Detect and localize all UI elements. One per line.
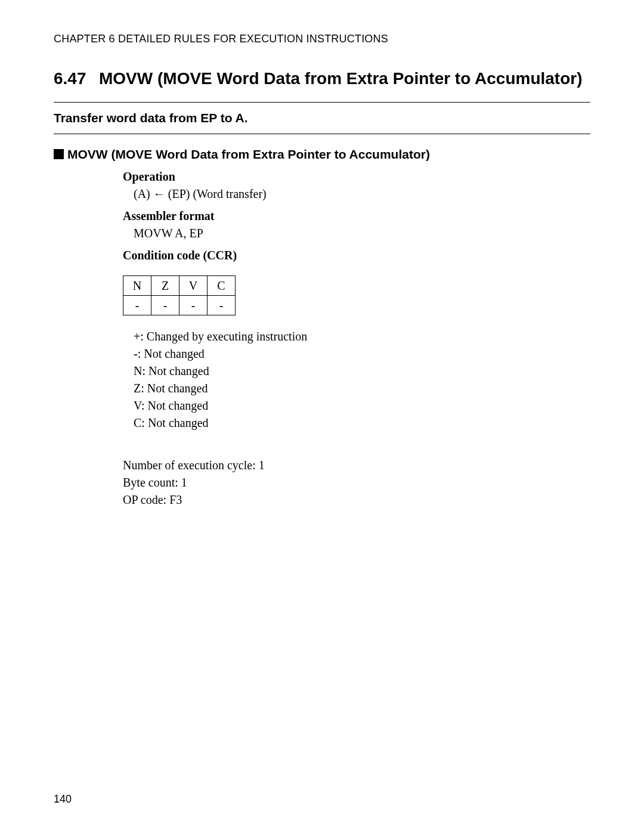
content-block: Operation (A) ← (EP) (Word transfer) Ass… [123,170,590,507]
section-number: 6.47 [54,68,99,89]
ccr-header-cell: N [123,276,151,296]
section-title: MOVW (MOVE Word Data from Extra Pointer … [99,68,590,89]
ccr-value-cell: - [179,296,208,315]
ccr-value-row: - - - - [123,296,236,315]
ccr-explain-line: +: Changed by executing instruction [134,330,590,343]
byte-count: Byte count: 1 [123,476,590,490]
operation-label: Operation [123,170,590,184]
ccr-table: N Z V C - - - - [123,275,236,315]
ccr-explain-line: N: Not changed [134,364,590,378]
ccr-label: Condition code (CCR) [123,249,590,262]
section-heading: 6.47 MOVW (MOVE Word Data from Extra Poi… [54,68,590,89]
assembler-format-value: MOVW A, EP [134,227,590,240]
ccr-header-row: N Z V C [123,276,236,296]
square-bullet-icon [54,149,64,159]
ccr-header-cell: V [179,276,208,296]
page-number: 140 [54,793,72,806]
ccr-value-cell: - [208,296,236,315]
subheading: MOVW (MOVE Word Data from Extra Pointer … [54,147,590,162]
ccr-explain-line: Z: Not changed [134,382,590,395]
document-page: CHAPTER 6 DETAILED RULES FOR EXECUTION I… [0,0,644,833]
ccr-explain-line: -: Not changed [134,347,590,361]
ccr-explain-line: V: Not changed [134,399,590,413]
divider [54,134,590,134]
operation-value: (A) ← (EP) (Word transfer) [134,187,590,201]
ccr-explain-line: C: Not changed [134,416,590,430]
exec-cycle: Number of execution cycle: 1 [123,459,590,472]
summary-block: Transfer word data from EP to A. [54,102,590,134]
summary-text: Transfer word data from EP to A. [54,103,590,134]
stats-block: Number of execution cycle: 1 Byte count:… [123,459,590,507]
op-code: OP code: F3 [123,493,590,507]
subheading-text: MOVW (MOVE Word Data from Extra Pointer … [67,147,430,161]
chapter-header: CHAPTER 6 DETAILED RULES FOR EXECUTION I… [54,33,590,45]
ccr-header-cell: C [208,276,236,296]
assembler-format-label: Assembler format [123,209,590,223]
ccr-value-cell: - [123,296,151,315]
ccr-value-cell: - [151,296,179,315]
ccr-header-cell: Z [151,276,179,296]
ccr-explain-block: +: Changed by executing instruction -: N… [123,330,590,430]
